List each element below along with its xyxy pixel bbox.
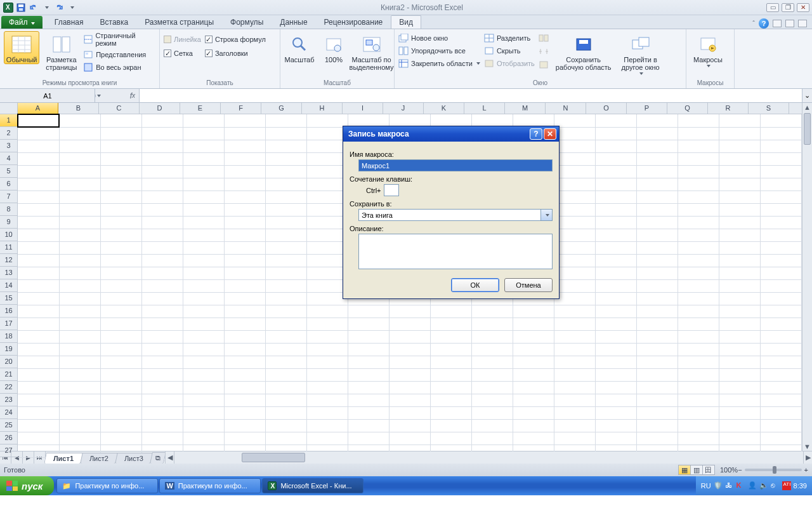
cell[interactable] xyxy=(760,356,801,368)
cell[interactable] xyxy=(348,343,389,356)
cell[interactable] xyxy=(183,190,224,203)
cell[interactable] xyxy=(719,190,760,203)
cell[interactable] xyxy=(389,419,430,432)
cell[interactable] xyxy=(471,305,513,318)
cell[interactable] xyxy=(678,267,719,279)
cell[interactable] xyxy=(595,254,636,267)
cell[interactable] xyxy=(636,279,678,292)
cell[interactable] xyxy=(595,343,636,356)
cell[interactable] xyxy=(719,394,760,406)
cell[interactable] xyxy=(224,292,265,305)
tab-formulas[interactable]: Формулы xyxy=(222,15,272,29)
cell[interactable] xyxy=(760,343,801,356)
column-header[interactable]: E xyxy=(180,103,221,114)
column-header[interactable]: G xyxy=(261,103,302,114)
cell[interactable] xyxy=(100,114,141,127)
cell[interactable] xyxy=(265,140,306,152)
cell[interactable] xyxy=(678,190,719,203)
cell[interactable] xyxy=(636,368,678,381)
cell[interactable] xyxy=(265,279,306,292)
dialog-close-button[interactable]: ✕ xyxy=(544,128,556,140)
cell[interactable] xyxy=(18,178,59,190)
cell[interactable] xyxy=(471,419,513,432)
cell[interactable] xyxy=(183,381,224,394)
row-header[interactable]: 1 xyxy=(0,114,17,127)
cell[interactable] xyxy=(306,356,348,368)
tab-home[interactable]: Главная xyxy=(46,15,92,29)
cell[interactable] xyxy=(59,267,100,279)
cell[interactable] xyxy=(183,127,224,140)
cell[interactable] xyxy=(760,292,801,305)
zoom-out-button[interactable]: − xyxy=(738,466,742,474)
cell[interactable] xyxy=(760,267,801,279)
cell[interactable] xyxy=(719,318,760,330)
cell[interactable] xyxy=(471,368,513,381)
cell[interactable] xyxy=(306,318,348,330)
hscroll-thumb[interactable] xyxy=(242,453,305,462)
row-header[interactable]: 23 xyxy=(0,394,17,406)
cell[interactable] xyxy=(100,419,141,432)
scroll-right-button[interactable]: ▶ xyxy=(803,451,812,464)
new-sheet-button[interactable]: ⧉ xyxy=(150,452,166,464)
page-layout-view-button[interactable]: Разметка страницы xyxy=(43,31,79,72)
cell[interactable] xyxy=(554,216,595,229)
cell[interactable] xyxy=(183,368,224,381)
cell[interactable] xyxy=(430,356,471,368)
row-header[interactable]: 25 xyxy=(0,419,17,432)
macro-name-input[interactable] xyxy=(358,159,553,171)
cell[interactable] xyxy=(141,229,183,241)
cell[interactable] xyxy=(636,216,678,229)
cell[interactable] xyxy=(141,432,183,444)
cell[interactable] xyxy=(760,432,801,444)
system-tray[interactable]: RU 🛡️ 🖧 K 👤 🔈 ⎋ ATI 8:39 xyxy=(696,476,812,495)
column-header[interactable]: N xyxy=(546,103,586,114)
cell[interactable] xyxy=(595,190,636,203)
cell[interactable] xyxy=(471,394,513,406)
cell[interactable] xyxy=(348,318,389,330)
cell[interactable] xyxy=(59,279,100,292)
cell[interactable] xyxy=(18,343,59,356)
cell[interactable] xyxy=(306,241,348,254)
cell[interactable] xyxy=(760,114,801,127)
cell[interactable] xyxy=(554,419,595,432)
cell[interactable] xyxy=(18,241,59,254)
row-header[interactable]: 8 xyxy=(0,203,17,216)
cell[interactable] xyxy=(348,432,389,444)
qat-redo-button[interactable] xyxy=(53,2,65,13)
workbook-minimize-button[interactable] xyxy=(773,20,782,27)
language-indicator[interactable]: RU xyxy=(701,482,711,490)
cell[interactable] xyxy=(636,419,678,432)
cell[interactable] xyxy=(18,254,59,267)
cell[interactable] xyxy=(306,406,348,419)
statusbar-page-break-view[interactable]: 田 xyxy=(702,465,715,475)
cell[interactable] xyxy=(306,178,348,190)
cell[interactable] xyxy=(389,356,430,368)
cell[interactable] xyxy=(760,368,801,381)
cell[interactable] xyxy=(265,330,306,343)
cell[interactable] xyxy=(18,165,59,178)
cell[interactable] xyxy=(59,292,100,305)
taskbar-item-word[interactable]: WПрактикум по инфо... xyxy=(159,478,261,493)
cell[interactable] xyxy=(719,216,760,229)
cell[interactable] xyxy=(760,203,801,216)
cell[interactable] xyxy=(265,254,306,267)
cell[interactable] xyxy=(100,292,141,305)
cell[interactable] xyxy=(430,394,471,406)
cell[interactable] xyxy=(595,114,636,127)
cell[interactable] xyxy=(636,406,678,419)
cell[interactable] xyxy=(224,318,265,330)
cell[interactable] xyxy=(760,152,801,165)
cell[interactable] xyxy=(100,381,141,394)
cell[interactable] xyxy=(59,419,100,432)
cell[interactable] xyxy=(636,292,678,305)
cell[interactable] xyxy=(595,279,636,292)
cell[interactable] xyxy=(183,330,224,343)
cell[interactable] xyxy=(224,203,265,216)
cell[interactable] xyxy=(18,318,59,330)
cell[interactable] xyxy=(265,241,306,254)
cell[interactable] xyxy=(471,114,513,127)
cell[interactable] xyxy=(18,216,59,229)
cell[interactable] xyxy=(100,229,141,241)
cell[interactable] xyxy=(678,432,719,444)
cell[interactable] xyxy=(678,254,719,267)
